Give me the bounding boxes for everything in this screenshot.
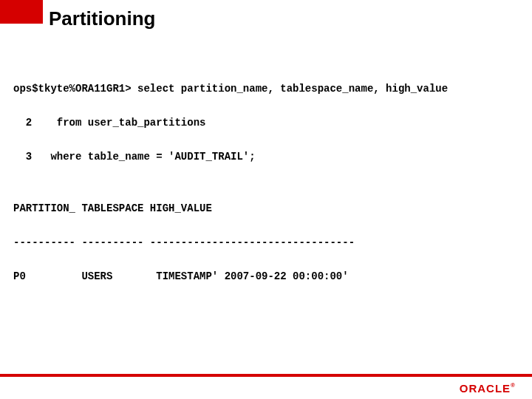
oracle-logo: ORACLE®: [460, 382, 516, 395]
page-title: Partitioning: [49, 7, 155, 30]
code-block: ops$tkyte%ORA11GR1> select partition_nam…: [13, 64, 519, 319]
sql-line-prompt: ops$tkyte%ORA11GR1> select partition_nam…: [13, 81, 519, 98]
registered-mark: ®: [511, 382, 516, 389]
red-accent-block: [0, 0, 43, 24]
result-row: P0 USERS TIMESTAMP' 2007-09-22 00:00:00': [13, 268, 519, 285]
oracle-logo-text: ORACLE: [460, 382, 511, 395]
result-divider: ---------- ---------- ------------------…: [13, 234, 519, 251]
sql-line-where: 3 where table_name = 'AUDIT_TRAIL';: [13, 149, 519, 166]
sql-line-from: 2 from user_tab_partitions: [13, 115, 519, 132]
footer-divider: [0, 374, 532, 377]
result-header: PARTITION_ TABLESPACE HIGH_VALUE: [13, 200, 519, 217]
slide: Partitioning ops$tkyte%ORA11GR1> select …: [0, 0, 532, 399]
